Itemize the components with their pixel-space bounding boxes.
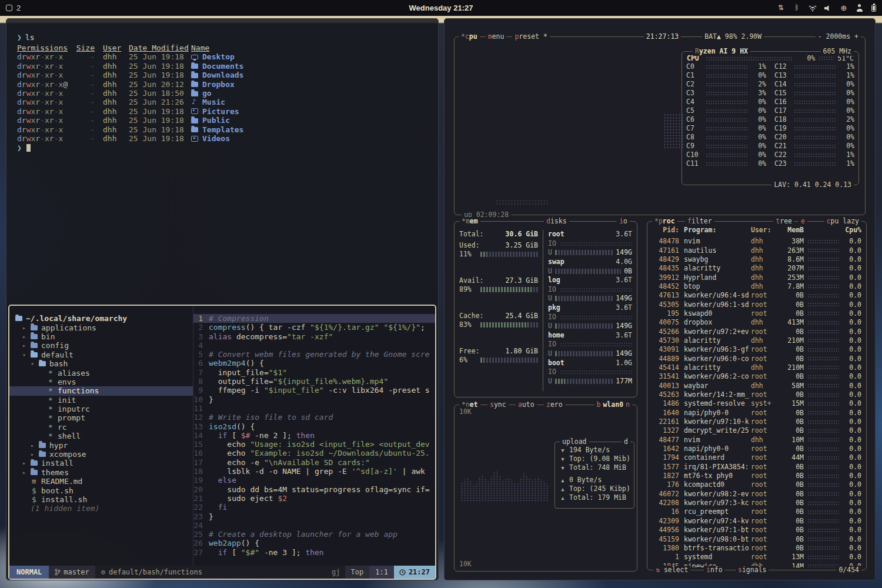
file-name[interactable]: Dropbox <box>191 80 438 89</box>
process-row[interactable]: 48478nvimdhh38M0.0 <box>647 237 866 246</box>
process-row[interactable]: 1486systemd-resolvesyst+15M0.0 <box>647 399 866 408</box>
process-row[interactable]: 1380btrfs-transactioroot0B0.0 <box>647 544 866 553</box>
tree-item-rc[interactable]: *rc <box>9 423 193 432</box>
per-core-toggle[interactable]: e <box>799 217 807 226</box>
code-line[interactable]: 5# Convert webm files generated by the G… <box>193 350 435 359</box>
proc-header-user[interactable]: User: <box>751 226 780 235</box>
file-name[interactable]: Templates <box>191 125 438 134</box>
code-line[interactable]: 17 echo -e "\nAvailable SD cards:" <box>193 458 435 467</box>
tree-item-install[interactable]: ▸install <box>9 459 193 467</box>
file-name[interactable]: go <box>191 89 438 98</box>
code-line[interactable]: 2compress() { tar -czf "${1%/}.tar.gz" "… <box>193 323 435 332</box>
net-prev-key[interactable]: b <box>597 400 601 409</box>
process-row[interactable]: 1327dmcrypt_write/25root0B0.0 <box>647 426 866 435</box>
process-row[interactable]: 40075dropboxdhh413M0.0 <box>647 318 866 327</box>
tree-item-prompt[interactable]: *prompt <box>9 413 193 422</box>
tree-item-xcompose[interactable]: ▸xcompose <box>9 450 193 459</box>
process-row[interactable]: 31541kworker/u96:2-coroot0B0.0 <box>647 372 866 381</box>
file-name[interactable]: Desktop <box>191 52 438 61</box>
process-row[interactable]: 40013waybardhh58M0.0 <box>647 382 866 390</box>
code-line[interactable]: 22 fi <box>193 503 435 512</box>
file-name[interactable]: Music <box>191 98 438 106</box>
process-row[interactable]: 45159kworker/u98:0-btroot0B0.0 <box>647 534 866 543</box>
code-line[interactable]: 9 ffmpeg -i "$input_file" -c:v libx264 -… <box>193 386 435 395</box>
tree-item-default[interactable]: ▾default <box>9 350 193 359</box>
proc-title[interactable]: *proc <box>652 217 677 226</box>
process-row[interactable]: 48477nvimdhh10M0.0 <box>647 436 866 445</box>
tree-root[interactable]: ~/.local/share/omarchy <box>9 314 193 323</box>
net-auto-button[interactable]: auto <box>516 400 537 409</box>
user-icon[interactable] <box>856 4 864 12</box>
process-row[interactable]: 1794containerdroot44M0.0 <box>647 453 866 462</box>
filter-button[interactable]: filter <box>685 217 714 226</box>
code-line[interactable]: 16 echo "Example: iso2sd ~/Downloads/ubu… <box>193 449 435 457</box>
bluetooth-icon[interactable] <box>793 4 801 12</box>
code-line[interactable]: 14 if [ $# -ne 2 ]; then <box>193 431 435 440</box>
code-line[interactable]: 4 <box>193 341 435 350</box>
tree-item-functions[interactable]: *functions <box>9 386 193 395</box>
process-row[interactable]: 48429swaybgdhh8.6M0.0 <box>647 255 866 264</box>
update-interval-control[interactable]: - 2000ms + <box>816 32 861 41</box>
process-row[interactable]: 45263kworker/14:2-mm_root0B0.0 <box>647 390 866 399</box>
globe-icon[interactable] <box>840 4 848 12</box>
code-line[interactable]: 20 sudo dd bs=4M status=progress oflag=s… <box>193 485 435 494</box>
process-row[interactable]: 39912Hyprlanddhh253M0.0 <box>647 273 866 282</box>
tree-item-inputrc[interactable]: *inputrc <box>9 405 193 413</box>
tree-item-applications[interactable]: ▸applications <box>9 323 193 332</box>
code-line[interactable]: 26web2app() { <box>193 539 435 547</box>
process-row[interactable]: 1827mt76-tx phy0root0B0.0 <box>647 472 866 480</box>
tree-item--1-hidden-item-[interactable]: (1 hidden item) <box>9 504 193 513</box>
mem-title[interactable]: *mem <box>459 217 480 226</box>
process-row[interactable]: 48452btopdhh7.8M0.0 <box>647 282 866 291</box>
code-editor[interactable]: 1# Compression2compress() { tar -czf "${… <box>193 306 435 566</box>
process-row[interactable]: 45414alacrittydhh210M0.0 <box>647 363 866 372</box>
volume-icon[interactable] <box>824 5 832 12</box>
code-line[interactable]: 25# Create a desktop launcher for a web … <box>193 530 435 539</box>
process-row[interactable]: 44956kworker/u97:1-btroot0B0.0 <box>647 526 866 534</box>
tree-item-bash[interactable]: ▾bash <box>9 359 193 368</box>
net-next-key[interactable]: n <box>626 400 630 409</box>
code-line[interactable]: 12# Write iso file to sd card <box>193 413 435 422</box>
tree-item-install.sh[interactable]: $install.sh <box>9 495 193 504</box>
process-row[interactable]: 46072kworker/u98:2-evroot0B0.0 <box>647 490 866 499</box>
signals-button[interactable]: signals <box>736 566 769 574</box>
code-line[interactable]: 11 <box>193 404 435 413</box>
code-line[interactable]: 27 if [ "$#" -ne 3 ]; then <box>193 548 435 557</box>
process-row[interactable]: 176kcompactd0root0B0.0 <box>647 480 866 489</box>
tree-item-hypr[interactable]: ▸hypr <box>9 440 193 449</box>
tree-item-bin[interactable]: ▸bin <box>9 332 193 341</box>
file-name[interactable]: Public <box>191 116 438 125</box>
tree-item-boot.sh[interactable]: $boot.sh <box>9 486 193 495</box>
process-row[interactable]: 45266kworker/u97:2+evroot0B0.0 <box>647 327 866 336</box>
process-row[interactable]: 44889kworker/u96:0-coroot0B0.0 <box>647 354 866 363</box>
process-row[interactable]: 22161kworker/u97:10-kroot0B0.0 <box>647 417 866 426</box>
tree-toggle[interactable]: tree <box>773 217 794 226</box>
process-row[interactable]: 48435alacrittydhh207M0.0 <box>647 264 866 273</box>
file-name[interactable]: Videos <box>191 134 438 143</box>
code-line[interactable]: 6webm2mp4() { <box>193 359 435 368</box>
process-row[interactable]: 1systemdroot13M0.0 <box>647 553 866 562</box>
preset-button[interactable]: preset * <box>512 32 549 41</box>
file-name[interactable]: Pictures <box>191 107 438 116</box>
code-line[interactable]: 7 input_file="$1" <box>193 368 435 377</box>
code-line[interactable]: 19 else <box>193 476 435 485</box>
process-row[interactable]: 47613kworker/u96:4-sdroot0B0.0 <box>647 291 866 300</box>
net-sync-button[interactable]: sync <box>487 400 509 409</box>
info-button[interactable]: info <box>704 566 725 574</box>
tree-item-envs[interactable]: *envs <box>9 377 193 386</box>
code-line[interactable]: 13iso2sd() { <box>193 422 435 431</box>
menu-button[interactable]: menu <box>486 32 507 41</box>
proc-header-memb[interactable]: MemB <box>780 226 804 235</box>
process-row[interactable]: 1640napi/phy0-0root0B0.0 <box>647 409 866 417</box>
code-line[interactable]: 8 output_file="${input_file%.webm}.mp4" <box>193 377 435 386</box>
process-row[interactable]: 43091kworker/u96:3-gfroot0B0.0 <box>647 345 866 354</box>
process-row[interactable]: 16rcu_preemptroot0B0.0 <box>647 507 866 516</box>
file-name[interactable]: Downloads <box>191 71 438 79</box>
process-row[interactable]: 42309kworker/u97:4-kvroot0B0.0 <box>647 517 866 526</box>
process-row[interactable]: 45305kworker/u96:1-sdroot0B0.0 <box>647 300 866 309</box>
proc-header-program[interactable]: Program: <box>684 226 751 235</box>
code-line[interactable]: 18 lsblk -d -o NAME | grep -E '^sd[a-z]'… <box>193 467 435 476</box>
proc-header-pid[interactable]: Pid: <box>652 226 679 235</box>
process-row[interactable]: 47161nautilusdhh263M0.0 <box>647 246 866 255</box>
tree-item-init[interactable]: *init <box>9 396 193 405</box>
